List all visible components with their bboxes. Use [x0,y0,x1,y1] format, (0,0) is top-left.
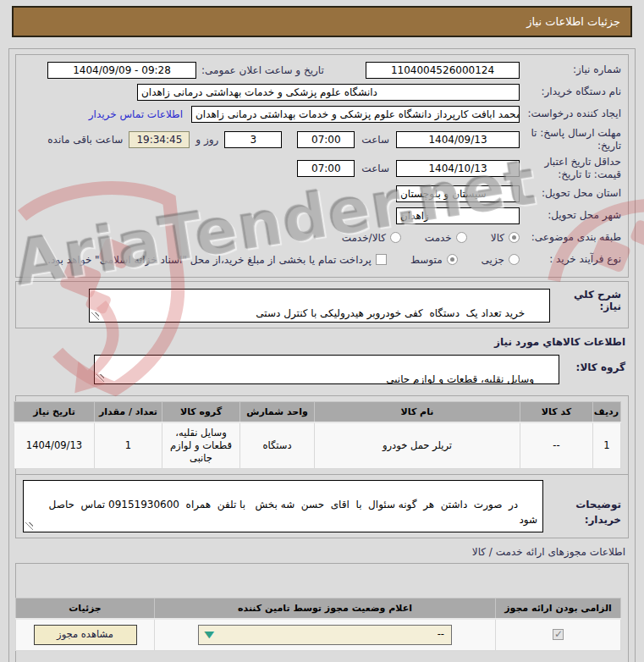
cell-item-name: تریلر حمل خودرو [315,422,520,468]
cell-permit-required [496,619,621,651]
buyer-notes-textarea[interactable]: در صورت داشتن هر گونه سئوال با اقای حسن … [23,480,543,532]
col-permit-details: جزئیات [16,598,155,619]
row-process-type: نوع فرآیند خرید : جزیی متوسط پرداخت تمام… [23,250,621,269]
col-need-date: تاریخ نیاز [14,402,95,423]
col-row-number: ردیف [593,402,621,423]
cell-unit: دستگاه [240,422,315,468]
items-table-groupbox: ردیف کد کالا نام کالا واحد شمارش گروه کا… [15,395,629,475]
radio-minor-label: جزیی [482,254,504,266]
announce-label: تاریخ و ساعت اعلان عمومی: [201,64,355,76]
goods-section-header: اطلاعات کالاهاي مورد نیاز [19,336,625,348]
city-field[interactable]: زاهدان [396,207,520,224]
process-type-label: نوع فرآیند خرید : [520,253,621,266]
col-permit-status: اعلام وضعیت مجوز توسط تامین کننده [155,598,496,619]
permits-table-row: -- ▼ مشاهده مجوز [16,619,621,651]
city-label: شهر محل تحویل: [520,209,621,222]
row-need-number: شماره نیاز: 1104004526000124 تاریخ و ساع… [23,60,621,80]
cell-item-code: -- [520,422,593,468]
goods-group-textarea[interactable]: وسایل نقلیه، قطعات و لوازم جانبی [94,355,559,384]
cell-need-date: 1404/09/13 [14,422,95,468]
items-table-header-row: ردیف کد کالا نام کالا واحد شمارش گروه کا… [14,402,621,423]
deadline-time-field[interactable]: 07:00 [297,131,355,148]
buyer-notes-label: توضیحات خریدار: [543,480,621,527]
need-description-label: شرح کلي نیاز: [550,289,621,323]
buyer-org-field[interactable]: دانشگاه علوم پزشکی و خدمات بهداشتی درمان… [137,84,520,101]
resize-grip-icon[interactable] [25,522,33,530]
requester-field[interactable]: محمد ابافت کارپرداز دانشگاه علوم پزشکی و… [191,106,520,123]
validity-hour-label: ساعت [361,163,389,174]
deadline-label: مهلت ارسال پاسخ: تا تاریخ: [520,127,621,152]
radio-minor[interactable] [509,254,520,265]
col-item-group: گروه کالا [162,402,240,423]
buyer-notes-groupbox: توضیحات خریدار: در صورت داشتن هر گونه سئ… [15,475,629,538]
cell-item-group: وسایل نقلیه، قطعات و لوازم جانبی [162,422,240,468]
row-city: شهر محل تحویل: زاهدان [23,206,621,225]
col-permit-required: الزامی بودن ارائه مجوز [496,598,621,619]
resize-grip-icon[interactable] [91,312,99,320]
goods-group-label: گروه کالا: [559,355,625,373]
category-label: طبقه بندی موضوعی: [520,231,621,244]
deadline-date-field[interactable]: 1404/09/13 [396,131,520,148]
radio-goods-service-label: کالا/خدمت [342,232,386,244]
requester-label: ایجاد کننده درخواست: [520,108,621,120]
province-field[interactable]: سیستان و بلوچستان [396,185,520,202]
need-number-label: شماره نیاز: [520,63,621,76]
permits-table: الزامی بودن ارائه مجوز اعلام وضعیت مجوز … [15,598,621,651]
radio-medium[interactable] [447,254,458,265]
row-category: طبقه بندی موضوعی: کالا خدمت کالا/خدمت [23,228,621,247]
permits-groupbox: الزامی بودن ارائه مجوز اعلام وضعیت مجوز … [15,563,629,662]
province-label: استان محل تحویل: [520,187,621,200]
permits-section-header: اطلاعات مجوزهای ارائه خدمت / کالا [19,546,625,558]
need-number-field[interactable]: 1104004526000124 [366,62,520,79]
deadline-hour-label: ساعت [361,134,389,146]
need-description-groupbox: شرح کلي نیاز: خرید تعداد یک دستگاه کفی خ… [15,281,629,328]
page-title-text: جزئیات اطلاعات نیاز [526,15,620,28]
row-validity: حداقل تاریخ اعتبار قیمت: تا تاریخ: 1404/… [23,155,621,181]
radio-service-label: خدمت [425,232,452,244]
col-item-code: کد کالا [520,402,593,423]
main-container: شماره نیاز: 1104004526000124 تاریخ و ساع… [8,48,636,662]
items-table: ردیف کد کالا نام کالا واحد شمارش گروه کا… [14,401,621,469]
radio-goods-service[interactable] [390,232,401,243]
col-unit: واحد شمارش [240,402,315,423]
col-quantity: تعداد / مقدار [95,402,162,423]
need-description-textarea[interactable]: خرید تعداد یک دستگاه کفی خودروبر هیدرولی… [89,289,550,323]
treasury-docs-checkbox[interactable] [376,254,387,265]
permit-status-value: -- [438,628,444,641]
permit-required-checkbox[interactable] [553,629,564,640]
row-province: استان محل تحویل: سیستان و بلوچستان [23,184,621,203]
need-info-groupbox: شماره نیاز: 1104004526000124 تاریخ و ساع… [15,54,629,278]
page-title: جزئیات اطلاعات نیاز [12,6,632,37]
validity-date-field[interactable]: 1404/10/13 [396,160,520,177]
cell-quantity: 1 [95,422,162,468]
row-goods-group: گروه کالا: وسایل نقلیه، قطعات و لوازم جا… [19,355,625,384]
radio-goods-label: کالا [491,232,504,244]
radio-service[interactable] [456,232,467,243]
chevron-down-icon: ▼ [204,629,214,641]
permit-status-select[interactable]: -- ▼ [198,625,452,645]
buyer-contact-link[interactable]: اطلاعات تماس خریدار [89,108,183,120]
remaining-days-label: روز و [195,134,218,146]
validity-label: حداقل تاریخ اعتبار قیمت: تا تاریخ: [520,156,621,181]
row-deadline: مهلت ارسال پاسخ: تا تاریخ: 1404/09/13 سا… [23,126,621,152]
radio-goods[interactable] [509,232,520,243]
cell-permit-details: مشاهده مجوز [16,619,155,651]
remaining-days-field[interactable]: 3 [224,131,282,148]
resize-grip-icon[interactable] [96,374,104,382]
items-table-row: 1 -- تریلر حمل خودرو دستگاه وسایل نقلیه،… [14,422,621,468]
remaining-time-box: 19:34:45 [129,131,190,148]
row-buyer-org: نام دستگاه خریدار: دانشگاه علوم پزشکی و … [23,82,621,102]
treasury-docs-checkbox-label: پرداخت تمام یا بخشی از مبلغ خرید،از محل … [47,254,372,266]
view-permit-button[interactable]: مشاهده مجوز [34,625,137,645]
cell-permit-status: -- ▼ [155,619,496,651]
buyer-org-label: نام دستگاه خریدار: [520,86,621,98]
row-requester: ایجاد کننده درخواست: محمد ابافت کارپرداز… [23,104,621,124]
remaining-time-label: ساعت باقی مانده [47,134,123,146]
permits-table-header-row: الزامی بودن ارائه مجوز اعلام وضعیت مجوز … [16,598,621,619]
validity-time-field[interactable]: 07:00 [297,160,355,177]
cell-row-number: 1 [593,422,621,468]
radio-medium-label: متوسط [410,254,443,266]
col-item-name: نام کالا [315,402,520,423]
announce-field[interactable]: 1404/09/09 - 09:28 [47,62,196,79]
